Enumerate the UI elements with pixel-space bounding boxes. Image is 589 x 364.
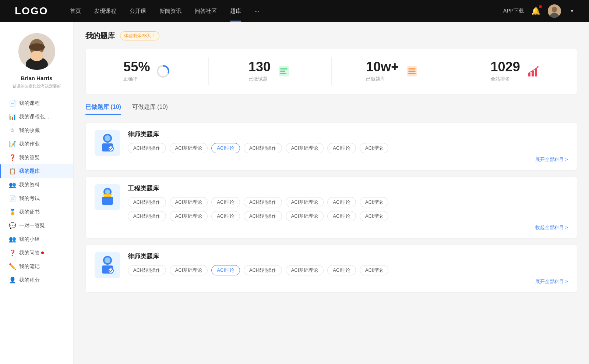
stats-row: 55% 正确率 130 已做试题	[85, 48, 577, 94]
done-banks-label: 已做题库	[366, 76, 399, 82]
tag-lawyer2-1[interactable]: ACI基础理论	[170, 265, 208, 275]
tag-eng-extra-2[interactable]: ACI理论	[211, 211, 240, 221]
page-title: 我的题库	[85, 31, 115, 41]
sidebar-item-courses[interactable]: 📄 我的课程	[0, 96, 73, 110]
sidebar-item-questionbank[interactable]: 📋 我的题库	[0, 164, 73, 178]
page-header: 我的题库 体验剩余23天！	[85, 31, 577, 41]
bank-info-engineer: 工程类题库 ACI技能操作 ACI基础理论 ACI理论 ACI技能操作 ACI基…	[128, 184, 568, 231]
tag-eng-extra-5[interactable]: ACI理论	[327, 211, 356, 221]
sidebar-item-certificate[interactable]: 🏅 我的证书	[0, 205, 73, 219]
nav-item-home[interactable]: 首页	[70, 8, 81, 15]
tag-eng-2[interactable]: ACI理论	[211, 197, 240, 207]
lawyer-icon-2	[95, 252, 120, 278]
sidebar-item-profile[interactable]: 👥 我的资料	[0, 178, 73, 192]
avatar[interactable]	[548, 4, 561, 18]
tag-eng-extra-0[interactable]: ACI技能操作	[128, 211, 166, 221]
courses-icon: 📄	[9, 100, 15, 107]
tag-eng-4[interactable]: ACI基础理论	[286, 197, 324, 207]
svg-rect-16	[408, 68, 416, 69]
tag-lawyer1-4[interactable]: ACI基础理论	[286, 143, 324, 153]
tag-lawyer2-6[interactable]: ACI理论	[360, 265, 388, 275]
tag-lawyer1-5[interactable]: ACI理论	[327, 143, 356, 153]
sidebar-item-exams[interactable]: 📄 我的考试	[0, 192, 73, 205]
user-avatar	[18, 33, 55, 70]
svg-point-22	[537, 66, 539, 68]
nav-item-opencourse[interactable]: 公开课	[130, 8, 146, 15]
notes-icon: ✏️	[9, 263, 15, 270]
done-questions-label: 已做试题	[248, 76, 271, 82]
tag-eng-1[interactable]: ACI基础理论	[170, 197, 208, 207]
nav-item-more[interactable]: ···	[254, 8, 259, 15]
dropdown-icon[interactable]: ▼	[570, 8, 574, 14]
sidebar-item-myqa[interactable]: ❓ 我的问答	[0, 246, 73, 260]
tab-done[interactable]: 已做题库 (10)	[85, 103, 121, 115]
tag-eng-extra-1[interactable]: ACI基础理论	[170, 211, 208, 221]
sidebar-item-notes[interactable]: ✏️ 我的笔记	[0, 260, 73, 273]
collapse-btn-engineer[interactable]: 收起全部科目 >	[128, 224, 568, 231]
svg-rect-12	[280, 68, 288, 69]
svg-point-33	[105, 257, 110, 263]
tag-lawyer2-0[interactable]: ACI技能操作	[128, 265, 166, 275]
expand-btn-lawyer-2[interactable]: 展开全部科目 >	[128, 278, 568, 285]
sidebar-item-qanda[interactable]: ❓ 我的答疑	[0, 151, 73, 164]
main-nav: 首页 发现课程 公开课 新闻资讯 问答社区 题库 ···	[70, 8, 503, 15]
svg-rect-14	[280, 73, 286, 74]
accuracy-value: 55%	[123, 60, 150, 74]
svg-rect-13	[280, 71, 285, 72]
sidebar-item-1on1[interactable]: 💬 一对一答疑	[0, 219, 73, 232]
stat-done-questions: 130 已做试题	[209, 57, 332, 85]
tag-lawyer2-5[interactable]: ACI理论	[327, 265, 356, 275]
done-questions-icon	[276, 64, 291, 79]
logo[interactable]: LOGO	[15, 5, 48, 17]
course-packages-icon: 📊	[9, 113, 15, 120]
bell-icon[interactable]: 🔔	[531, 7, 540, 15]
tags-row-lawyer-2: ACI技能操作 ACI基础理论 ACI理论 ACI技能操作 ACI基础理论 AC…	[128, 265, 568, 275]
tag-lawyer2-4[interactable]: ACI基础理论	[286, 265, 324, 275]
svg-rect-21	[535, 68, 537, 76]
tag-eng-5[interactable]: ACI理论	[327, 197, 356, 207]
app-download[interactable]: APP下载	[503, 8, 524, 14]
bank-title-engineer: 工程类题库	[128, 184, 568, 193]
tag-eng-extra-4[interactable]: ACI基础理论	[286, 211, 324, 221]
tag-eng-6[interactable]: ACI理论	[360, 197, 388, 207]
tag-lawyer1-3[interactable]: ACI技能操作	[244, 143, 282, 153]
sidebar: Brian Harris 错误的决定比没有决定要好 📄 我的课程 📊 我的课程包…	[0, 22, 74, 364]
nav-item-qa[interactable]: 问答社区	[195, 8, 217, 15]
svg-point-1	[552, 7, 557, 13]
tag-lawyer1-6[interactable]: ACI理论	[360, 143, 388, 153]
expand-btn-lawyer-1[interactable]: 展开全部科目 >	[128, 156, 568, 163]
tag-lawyer2-2[interactable]: ACI理论	[211, 265, 240, 275]
nav-item-discover[interactable]: 发现课程	[94, 8, 116, 15]
ranking-value: 1029	[491, 60, 520, 74]
bank-title-lawyer-2: 律师类题库	[128, 252, 568, 261]
tag-eng-extra-6[interactable]: ACI理论	[360, 211, 388, 221]
tag-lawyer1-1[interactable]: ACI基础理论	[170, 143, 208, 153]
sidebar-item-groups[interactable]: 👥 我的小组	[0, 232, 73, 246]
tabs-row: 已做题库 (10) 可做题库 (10)	[85, 103, 577, 115]
tags-row-lawyer-1: ACI技能操作 ACI基础理论 ACI理论 ACI技能操作 ACI基础理论 AC…	[128, 143, 568, 153]
user-motto: 错误的决定比没有决定要好	[7, 83, 67, 89]
sidebar-item-homework[interactable]: 📝 我的作业	[0, 137, 73, 151]
nav-item-questions[interactable]: 题库	[230, 8, 241, 15]
svg-point-25	[105, 135, 110, 141]
sidebar-item-favorites[interactable]: ☆ 我的收藏	[0, 124, 73, 137]
tag-eng-3[interactable]: ACI技能操作	[244, 197, 282, 207]
done-banks-icon	[405, 64, 419, 79]
svg-rect-29	[102, 197, 113, 205]
tag-lawyer1-0[interactable]: ACI技能操作	[128, 143, 166, 153]
engineer-icon	[95, 184, 120, 210]
nav-item-news[interactable]: 新闻资讯	[159, 8, 181, 15]
tag-lawyer1-2[interactable]: ACI理论	[211, 143, 240, 153]
sidebar-item-course-packages[interactable]: 📊 我的课程包...	[0, 110, 73, 124]
stat-ranking: 1029 全站排名	[454, 57, 577, 85]
profile-icon: 👥	[9, 181, 15, 188]
sidebar-item-points[interactable]: 👤 我的积分	[0, 273, 73, 287]
tag-eng-0[interactable]: ACI技能操作	[128, 197, 166, 207]
svg-rect-17	[408, 71, 416, 72]
main-content: 我的题库 体验剩余23天！ 55% 正确率	[74, 22, 589, 364]
tag-lawyer2-3[interactable]: ACI技能操作	[244, 265, 282, 275]
tag-eng-extra-3[interactable]: ACI技能操作	[244, 211, 282, 221]
tab-available[interactable]: 可做题库 (10)	[132, 103, 168, 115]
points-icon: 👤	[9, 276, 15, 283]
svg-point-10	[159, 68, 167, 75]
